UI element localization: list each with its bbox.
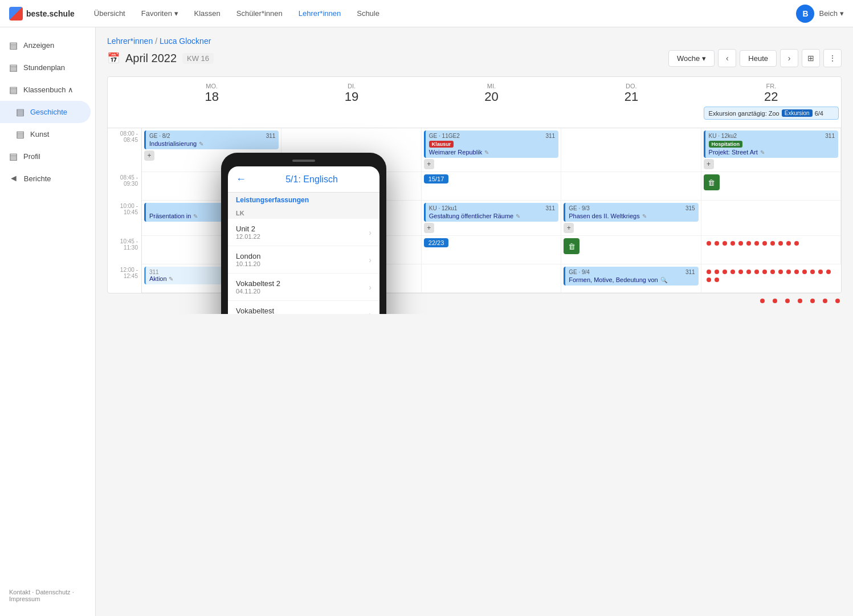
sidebar-item-profil[interactable]: ▤ Profil [0, 145, 91, 168]
excursion-count: 6/4 [815, 110, 823, 117]
excursion-banner[interactable]: Exkursion ganztägig: Zoo Exkursion 6/4 [704, 107, 839, 120]
time-1000: 10:00 -10:45 [108, 201, 142, 236]
event-ku-12ku1[interactable]: KU · 12ku1 311 Gestaltung öffentlicher R… [424, 203, 558, 222]
event-room: 311 [266, 133, 276, 139]
event-room: 315 [685, 205, 695, 211]
mobile-header: ← 5/1: Englisch [228, 166, 379, 193]
cell-do-1045: 🗑 [561, 236, 701, 264]
top-nav-items: Übersicht Favoriten ▾ Klassen Schüler*in… [88, 6, 783, 21]
chevron-right-icon: › [369, 310, 372, 315]
event-title: Weimarer Republik [429, 149, 482, 156]
mobile-back-button[interactable]: ← [236, 173, 246, 185]
day-header-fr: Fr. 22 Exkursion ganztägig: Zoo Exkursio… [701, 77, 841, 128]
event-room: 311 [825, 133, 835, 139]
sidebar-label-berichte: Berichte [24, 174, 51, 183]
mobile-list-item-vokabeltest2[interactable]: Vokabeltest 2 04.11.20 › [228, 274, 379, 301]
klausur-badge: Klausur [429, 141, 454, 148]
logo-icon [9, 7, 23, 21]
cell-do-1000: GE · 9/3 315 Phasen des II. Weltkriegs ✎… [561, 201, 701, 236]
sidebar-label-profil: Profil [23, 152, 40, 161]
attendance-mi: 15/17 [424, 174, 449, 183]
event-ge-9-4[interactable]: GE · 9/4 311 Formen, Motive, Bedeutung v… [564, 267, 698, 285]
add-fr-0800[interactable]: + [704, 159, 714, 169]
sidebar-label-stundenplan: Stundenplan [23, 63, 65, 72]
trash-fr-0845[interactable]: 🗑 [704, 174, 720, 190]
cell-fr-1200 [701, 264, 841, 293]
event-room: 311 [685, 269, 695, 275]
nav-lehrerinnen[interactable]: Lehrer*innen [293, 6, 346, 21]
mobile-list-item-vokabeltest[interactable]: Vokabeltest 04.11.20 › [228, 301, 379, 314]
hospitation-badge: Hospitation [709, 141, 743, 148]
berichte-icon: ◄ [9, 173, 18, 183]
nav-schule[interactable]: Schule [351, 6, 385, 21]
grid-view-button[interactable]: ⊞ [802, 49, 820, 67]
sidebar-item-geschichte[interactable]: ▤ Geschichte [0, 101, 91, 123]
sidebar-item-anzeigen[interactable]: ▤ Anzeigen [0, 34, 91, 56]
page-header: 📅 April 2022 KW 16 Woche ▾ ‹ Heute › ⊞ ⋮ [107, 49, 842, 67]
view-week-button[interactable]: Woche ▾ [668, 50, 715, 67]
event-subject: GE · 9/4 [569, 269, 590, 275]
event-ge-9-3[interactable]: GE · 9/3 315 Phasen des II. Weltkriegs ✎ [564, 203, 698, 222]
calendar-grid: Mo. 18 Di. 19 Mi. 20 Do. 21 Fr. 22 Exkur… [107, 76, 842, 293]
event-title: Formen, Motive, Bedeutung von [569, 276, 658, 283]
prev-week-button[interactable]: ‹ [718, 49, 736, 67]
add-do-1000[interactable]: + [564, 223, 574, 233]
add-mi-0800[interactable]: + [424, 159, 434, 169]
sidebar-item-kunst[interactable]: ▤ Kunst [0, 123, 91, 145]
add-mo-0800[interactable]: + [144, 150, 154, 161]
nav-favoriten[interactable]: Favoriten ▾ [136, 6, 184, 21]
avatar[interactable]: B [796, 5, 814, 23]
mobile-screen: ← 5/1: Englisch Leistungserfassungen LK … [228, 166, 379, 314]
cell-do-0800 [561, 128, 701, 172]
mobile-group-lk: LK [228, 207, 379, 219]
time-col-header [108, 77, 142, 128]
chevron-right-icon: › [369, 255, 372, 264]
page-title-row: 📅 April 2022 KW 16 [107, 52, 214, 65]
event-subject: KU · 12ku2 [709, 133, 737, 139]
sidebar-item-berichte[interactable]: ◄ Berichte [0, 168, 91, 189]
kunst-icon: ▤ [16, 129, 25, 140]
sidebar-item-klassenbuch[interactable]: ▤ Klassenbuch ∧ [0, 79, 91, 101]
nav-schuelerinnen[interactable]: Schüler*innen [231, 6, 288, 21]
user-menu[interactable]: Beich ▾ [819, 9, 844, 18]
cell-fr-0845: 🗑 [701, 172, 841, 201]
cell-mi-0800: GE · 11GE2 311 Klausur Weimarer Republik… [422, 128, 561, 172]
more-options-button[interactable]: ⋮ [823, 49, 842, 67]
sidebar: ▤ Anzeigen ▤ Stundenplan ▤ Klassenbuch ∧… [0, 27, 96, 314]
add-mi-1000[interactable]: + [424, 223, 434, 233]
time-0800: 08:00 -08:45 [108, 128, 142, 172]
mobile-device: ← 5/1: Englisch Leistungserfassungen LK … [221, 153, 386, 314]
day-header-do: Do. 21 [561, 77, 701, 128]
today-button[interactable]: Heute [740, 50, 777, 67]
event-title: Gestaltung öffentlicher Räume [429, 213, 513, 219]
breadcrumb-parent[interactable]: Lehrer*innen [107, 36, 153, 46]
event-ku-12ku2[interactable]: KU · 12ku2 311 Hospitation Projekt: Stre… [704, 130, 838, 158]
event-subject: GE · 8/2 [149, 133, 170, 139]
page-title: April 2022 [125, 52, 177, 65]
mobile-notch [292, 160, 315, 162]
stundenplan-icon: ▤ [9, 62, 18, 73]
event-subject: KU · 12ku1 [429, 205, 457, 211]
sidebar-item-stundenplan[interactable]: ▤ Stundenplan [0, 56, 91, 79]
breadcrumb-current[interactable]: Luca Glockner [160, 36, 211, 46]
top-nav: beste.schule Übersicht Favoriten ▾ Klass… [0, 0, 853, 27]
trash-do-1045[interactable]: 🗑 [564, 238, 579, 254]
day-header-di: Di. 19 [281, 77, 421, 128]
mobile-list-item-london[interactable]: London 10.11.20 › [228, 246, 379, 274]
mobile-title: 5/1: Englisch [252, 174, 372, 185]
nav-ubersicht[interactable]: Übersicht [88, 6, 131, 21]
top-nav-right: B Beich ▾ [796, 5, 844, 23]
next-week-button[interactable]: › [780, 49, 798, 67]
nav-klassen[interactable]: Klassen [189, 6, 226, 21]
geschichte-icon: ▤ [16, 107, 25, 117]
event-ge-8-2[interactable]: GE · 8/2 311 Industrialisierung ✎ [144, 130, 279, 149]
mobile-section-leistung: Leistungserfassungen [228, 193, 379, 207]
event-ge-11ge2[interactable]: GE · 11GE2 311 Klausur Weimarer Republik… [424, 130, 558, 158]
anzeigen-icon: ▤ [9, 40, 18, 51]
mobile-list-item-unit2[interactable]: Unit 2 12.01.22 › [228, 219, 379, 246]
event-room: 311 [546, 133, 556, 139]
sidebar-label-kunst: Kunst [30, 130, 49, 138]
main-content: Lehrer*innen / Luca Glockner 📅 April 202… [96, 27, 853, 314]
cell-fr-0800: KU · 12ku2 311 Hospitation Projekt: Stre… [701, 128, 841, 172]
profil-icon: ▤ [9, 151, 18, 162]
